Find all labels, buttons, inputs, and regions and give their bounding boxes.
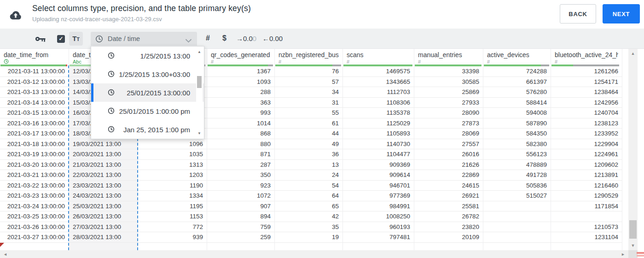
- table-cell: 1112703: [343, 87, 414, 98]
- scroll-left-icon[interactable]: ◄: [3, 252, 7, 257]
- clock-icon: [108, 126, 115, 133]
- table-row: 2021-03-23 13:00:0024/03/2021 13:0013341…: [0, 191, 622, 201]
- table-cell: 1096: [138, 139, 207, 150]
- table-cell: [483, 222, 551, 233]
- back-button[interactable]: BACK: [560, 4, 596, 23]
- column-quality-bar: [415, 64, 482, 66]
- table-cell: 44: [275, 129, 343, 139]
- table-cell: 1153: [138, 211, 207, 222]
- corner-accent: [637, 255, 644, 257]
- table-cell: 993: [207, 108, 275, 118]
- column-header-qr_codes_generated[interactable]: qr_codes_generated#: [207, 49, 275, 66]
- table-cell: 772: [138, 222, 207, 233]
- table-cell: 36: [275, 149, 343, 160]
- table-cell: 13: [275, 160, 343, 170]
- decrease-precision-button[interactable]: ←0.00: [262, 35, 283, 42]
- table-cell: 2021-03-19 13:00:00: [0, 149, 69, 160]
- vertical-scrollbar-thumb[interactable]: [629, 220, 637, 239]
- table-cell: 65: [275, 201, 343, 212]
- column-title: bluetooth_active_24_hr_: [555, 51, 618, 59]
- number-type-button[interactable]: #: [206, 34, 210, 42]
- increase-precision-button[interactable]: →0.00: [236, 35, 256, 42]
- text-type-label-large: T: [72, 35, 76, 42]
- dropdown-scroll-down-icon[interactable]: ▼: [196, 131, 203, 135]
- error-marker: [0, 243, 4, 247]
- scroll-right-icon[interactable]: ►: [621, 252, 625, 257]
- table-cell: 868: [207, 129, 275, 139]
- table-cell: 259: [207, 232, 275, 243]
- table-cell: 946701: [343, 181, 414, 191]
- next-button[interactable]: NEXT: [603, 4, 640, 23]
- dropdown-option[interactable]: Jan 25, 2015 1:00 pm: [91, 120, 204, 139]
- table-cell: [138, 243, 207, 251]
- column-header-bluetooth_active_24_hr_[interactable]: bluetooth_active_24_hr_#: [551, 49, 622, 66]
- table-cell: 2021-03-14 13:00:00: [0, 98, 69, 108]
- table-cell: 34: [275, 87, 343, 98]
- column-title: manual_entries: [418, 51, 479, 59]
- date-format-dropdown: 1/25/2015 13:001/25/2015 13:00+03:0025/0…: [91, 46, 204, 139]
- table-cell: 1229904: [551, 139, 622, 150]
- primary-key-button[interactable]: [35, 35, 46, 44]
- table-cell: 584350: [483, 129, 551, 139]
- include-column-checkbox[interactable]: ✓: [57, 35, 65, 43]
- table-cell: 576280: [483, 87, 551, 98]
- page-header: Select columns type, precision, and the …: [0, 0, 644, 29]
- column-quality-bar: [275, 64, 341, 66]
- vertical-scrollbar[interactable]: ▲ ▼: [628, 49, 638, 250]
- table-cell: [483, 243, 551, 251]
- table-row: 2021-03-27 13:00:0028/03/2021 13:0093925…: [0, 232, 622, 243]
- table-cell: 2021-03-23 13:00:00: [0, 191, 69, 201]
- scroll-up-icon[interactable]: ▲: [628, 51, 638, 56]
- table-cell: 977369: [343, 191, 414, 201]
- horizontal-scrollbar[interactable]: ◄ ►: [0, 250, 628, 258]
- dropdown-option[interactable]: 25/01/2015 13:00:00: [91, 83, 204, 102]
- column-title: active_devices: [487, 51, 547, 59]
- column-quality-bar: [0, 64, 67, 66]
- table-cell: 25581: [414, 201, 483, 212]
- scrollbar-corner: [628, 250, 638, 258]
- table-cell: [414, 243, 483, 251]
- table-cell: 27873: [414, 118, 483, 129]
- column-type-select[interactable]: Date / time: [91, 32, 197, 46]
- column-header-manual_entries[interactable]: manual_entries#: [414, 49, 483, 66]
- column-header-nzbn_registered_busine[interactable]: nzbn_registered_busine#: [275, 49, 343, 66]
- table-cell: 1240704: [551, 108, 622, 118]
- column-header-date_time_from[interactable]: date_time_from: [0, 49, 69, 66]
- clock-icon: [108, 70, 115, 77]
- table-row: 2021-03-25 13:00:0026/03/2021 13:0011538…: [0, 211, 622, 222]
- dropdown-option[interactable]: 25/01/2015 1:00:00 pm: [91, 102, 204, 120]
- table-cell: 28069: [414, 129, 483, 139]
- column-header-scans[interactable]: scans#: [343, 49, 414, 66]
- table-cell: 55: [275, 108, 343, 118]
- table-row: 2021-03-26 13:00:0027/03/2021 13:0077275…: [0, 222, 622, 233]
- dropdown-option[interactable]: 1/25/2015 13:00+03:00: [91, 65, 204, 83]
- table-cell: [551, 211, 622, 222]
- table-cell: 25/03/2021 13:00: [69, 201, 138, 212]
- text-type-button[interactable]: TT: [69, 32, 83, 46]
- table-cell: 76: [275, 66, 343, 77]
- column-header-active_devices[interactable]: active_devices#: [483, 49, 551, 66]
- table-cell: 1190: [138, 181, 207, 191]
- dropdown-option[interactable]: 1/25/2015 13:00: [91, 47, 204, 65]
- table-cell: 1343665: [343, 77, 414, 88]
- dropdown-scrollbar[interactable]: ▲ ▼: [196, 47, 203, 138]
- table-cell: 350: [207, 170, 275, 181]
- table-cell: 1238464: [551, 87, 622, 98]
- table-cell: 1367: [207, 66, 275, 77]
- table-cell: 22/03/2021 13:00: [69, 170, 138, 181]
- table-cell: 478889: [483, 160, 551, 170]
- dropdown-scroll-up-icon[interactable]: ▲: [196, 50, 203, 54]
- currency-type-button[interactable]: $: [222, 34, 226, 42]
- table-cell: 880: [207, 139, 275, 150]
- scroll-down-icon[interactable]: ▼: [628, 243, 638, 248]
- table-cell: 2021-03-17 13:00:00: [0, 129, 69, 139]
- dropdown-scrollbar-thumb[interactable]: [197, 76, 202, 88]
- table-cell: 491728: [483, 170, 551, 181]
- table-cell: 23820: [414, 222, 483, 233]
- table-cell: 909614: [343, 170, 414, 181]
- table-cell: 30585: [414, 77, 483, 88]
- table-cell: 923: [207, 181, 275, 191]
- table-cell: 2021-03-24 13:00:00: [0, 201, 69, 212]
- table-cell: 1014: [207, 118, 275, 129]
- checkmark-icon: ✓: [58, 35, 63, 42]
